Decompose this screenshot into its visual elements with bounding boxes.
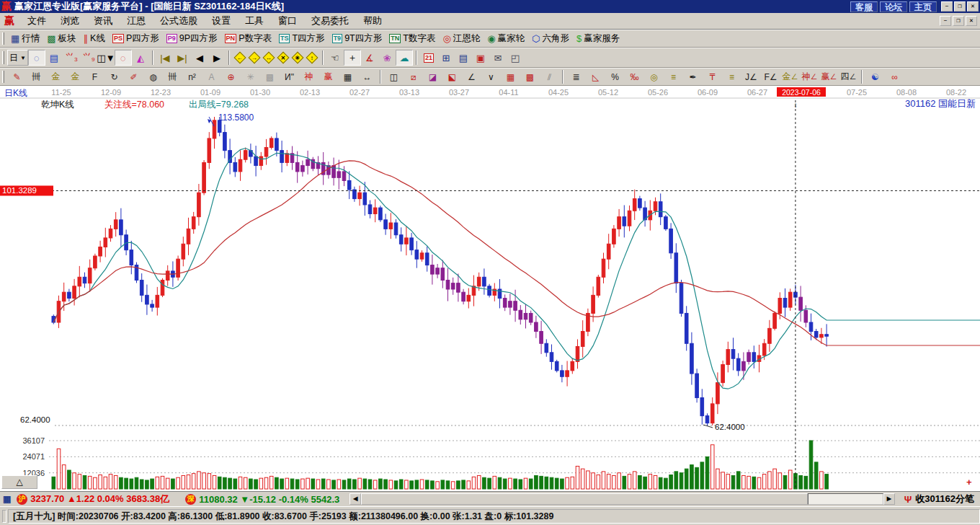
target-icon[interactable]: ⊕ bbox=[221, 69, 241, 85]
support-link[interactable]: 客服 bbox=[850, 1, 878, 12]
menu-trade[interactable]: 交易委托 bbox=[304, 13, 356, 29]
zoom-select-icon[interactable]: ◌ bbox=[28, 50, 45, 66]
t9-square-button[interactable]: T99T四方形 bbox=[329, 31, 386, 46]
quotes-button[interactable]: ▦行情 bbox=[7, 31, 43, 46]
spiral-icon[interactable]: ↻ bbox=[104, 69, 124, 85]
shen-tool-icon[interactable]: 神 bbox=[299, 69, 318, 85]
angle-line-icon[interactable]: ∠ bbox=[462, 69, 481, 85]
menu-tools[interactable]: 工具 bbox=[238, 13, 271, 29]
save-icon[interactable]: ▣ bbox=[472, 50, 489, 66]
red-fan-icon[interactable]: ⧄ bbox=[404, 69, 423, 85]
chart9-icon[interactable]: ⺍₉ bbox=[80, 50, 97, 66]
notes-icon[interactable]: ▤ bbox=[455, 50, 472, 66]
flower-tool-icon[interactable]: ❀ bbox=[378, 50, 396, 66]
ink-pen-icon[interactable]: ✒ bbox=[683, 69, 703, 85]
brush-icon[interactable]: ✐ bbox=[124, 69, 143, 85]
info-panel-icon[interactable]: ▤ bbox=[45, 50, 63, 66]
scroll-left-icon[interactable]: ◀ bbox=[349, 493, 361, 505]
width-tool-icon[interactable]: ↔ bbox=[357, 69, 377, 85]
send-icon[interactable]: ✉ bbox=[489, 50, 507, 66]
chart-horizontal-scrollbar[interactable]: ◀ ▶ bbox=[349, 493, 895, 505]
zoom-all-icon[interactable]: ✳ bbox=[291, 52, 303, 64]
four-angle-icon[interactable]: 四∠ bbox=[839, 69, 858, 85]
menu-window[interactable]: 窗口 bbox=[271, 13, 304, 29]
restore-button[interactable]: ❐ bbox=[954, 1, 966, 12]
shift-left-icon[interactable]: ← bbox=[233, 52, 246, 64]
v-line-icon[interactable]: ∨ bbox=[481, 69, 501, 85]
hand-tool-icon[interactable]: ☜ bbox=[326, 50, 344, 66]
sectors-button[interactable]: ▩板块 bbox=[43, 31, 79, 46]
p-square-button[interactable]: PSP四方形 bbox=[109, 31, 163, 46]
percent-tri-icon[interactable]: ◺ bbox=[586, 69, 605, 85]
t-square-button[interactable]: TST四方形 bbox=[275, 31, 329, 46]
t-number-table-button[interactable]: TNT数字表 bbox=[386, 31, 439, 46]
winner-service-button[interactable]: $赢家服务 bbox=[573, 31, 623, 46]
home-link[interactable]: 主页 bbox=[909, 1, 937, 12]
gann-wheel-button[interactable]: ◎江恩轮 bbox=[439, 31, 484, 46]
quote-grid-icon[interactable]: ▦ bbox=[3, 494, 11, 504]
scrollbar-thumb[interactable] bbox=[361, 493, 808, 505]
menu-help[interactable]: 帮助 bbox=[356, 13, 389, 29]
child-restore-button[interactable]: ❐ bbox=[953, 16, 964, 26]
gold-circle-icon[interactable]: ◎ bbox=[644, 69, 664, 85]
menu-file[interactable]: 文件 bbox=[20, 13, 53, 29]
infinity-icon[interactable]: ∞ bbox=[885, 69, 904, 85]
compress-icon[interactable]: ✕ bbox=[277, 52, 289, 64]
gold-comb-icon[interactable]: 金 bbox=[46, 69, 66, 85]
gann-comb-icon[interactable]: 卌 bbox=[27, 69, 46, 85]
support-line-icon[interactable]: ₸ bbox=[703, 69, 722, 85]
indicator-toggle-button[interactable]: △ bbox=[1, 475, 37, 489]
expand-v-icon[interactable]: ↕ bbox=[306, 52, 318, 64]
kline-chart-area[interactable]: 11-2512-0912-2301-0901-3002-1302-2703-13… bbox=[0, 86, 980, 491]
fan-box2-icon[interactable]: ⬕ bbox=[442, 69, 462, 85]
a-tool-icon[interactable]: A bbox=[202, 69, 221, 85]
circle-grid-icon[interactable]: ◍ bbox=[143, 69, 163, 85]
multi-line-icon[interactable]: ⫽ bbox=[540, 69, 559, 85]
percent-icon[interactable]: % bbox=[605, 69, 625, 85]
gold-comb2-icon[interactable]: 金 bbox=[66, 69, 85, 85]
web-tool-icon[interactable]: ▩ bbox=[260, 69, 280, 85]
panel-grid-icon[interactable]: ◫ bbox=[384, 69, 404, 85]
kline-chart-canvas[interactable]: 11-2512-0912-2301-0901-3002-1302-2703-13… bbox=[0, 86, 980, 491]
expand-icon[interactable]: + bbox=[966, 477, 972, 488]
cloud-tool-icon[interactable]: ☁ bbox=[396, 50, 413, 66]
hexagon-button[interactable]: ⬡六角形 bbox=[528, 31, 573, 46]
kline-button[interactable]: ∥K线 bbox=[80, 31, 109, 46]
gold-angle-icon[interactable]: 金∠ bbox=[780, 69, 800, 85]
color-chart-icon[interactable]: ◭ bbox=[132, 50, 149, 66]
n2-icon[interactable]: n² bbox=[182, 69, 202, 85]
crosshair-tool-icon[interactable]: ＋ bbox=[344, 50, 361, 66]
last-page-icon[interactable]: ▶| bbox=[174, 50, 191, 66]
p-number-table-button[interactable]: PNP数字表 bbox=[221, 31, 275, 46]
fan-box-icon[interactable]: ◪ bbox=[423, 69, 442, 85]
period-day-button[interactable]: 日▼ bbox=[7, 50, 28, 66]
calendar-21-icon[interactable]: 21 bbox=[420, 50, 437, 66]
angle-measure-icon[interactable]: ∡ bbox=[361, 50, 378, 66]
gold-eq-icon[interactable]: ≡ bbox=[722, 69, 741, 85]
candle-style-icon[interactable]: ◫▼ bbox=[97, 50, 115, 66]
shen-angle-icon[interactable]: 神∠ bbox=[800, 69, 819, 85]
scrollbar-track[interactable] bbox=[808, 493, 883, 505]
i-quote-icon[interactable]: И" bbox=[280, 69, 299, 85]
grid-123-icon[interactable]: ▦ bbox=[338, 69, 357, 85]
chart3-icon[interactable]: ⺍₃ bbox=[63, 50, 80, 66]
j-angle-icon[interactable]: J∠ bbox=[741, 69, 761, 85]
p9-square-button[interactable]: P99P四方形 bbox=[163, 31, 221, 46]
f-angle-icon[interactable]: F∠ bbox=[761, 69, 780, 85]
prev-page-icon[interactable]: ◀ bbox=[191, 50, 208, 66]
menu-news[interactable]: 资讯 bbox=[86, 13, 120, 29]
gold-lines-icon[interactable]: ≡ bbox=[664, 69, 683, 85]
menu-gann[interactable]: 江恩 bbox=[120, 13, 153, 29]
red-grid-icon[interactable]: ▦ bbox=[501, 69, 520, 85]
child-close-button[interactable]: ✕ bbox=[966, 16, 977, 26]
shift-right-icon[interactable]: → bbox=[248, 52, 260, 64]
ying-angle-icon[interactable]: 赢∠ bbox=[819, 69, 839, 85]
remote-icon[interactable]: ◰ bbox=[507, 50, 524, 66]
first-page-icon[interactable]: |◀ bbox=[156, 50, 174, 66]
comb2-icon[interactable]: 卌 bbox=[163, 69, 182, 85]
f-comb-icon[interactable]: F bbox=[85, 69, 104, 85]
ying-tool-icon[interactable]: 赢 bbox=[318, 69, 338, 85]
menu-settings[interactable]: 设置 bbox=[205, 13, 238, 29]
close-button[interactable]: ✕ bbox=[967, 1, 979, 12]
menu-formula-picker[interactable]: 公式选股 bbox=[153, 13, 205, 29]
